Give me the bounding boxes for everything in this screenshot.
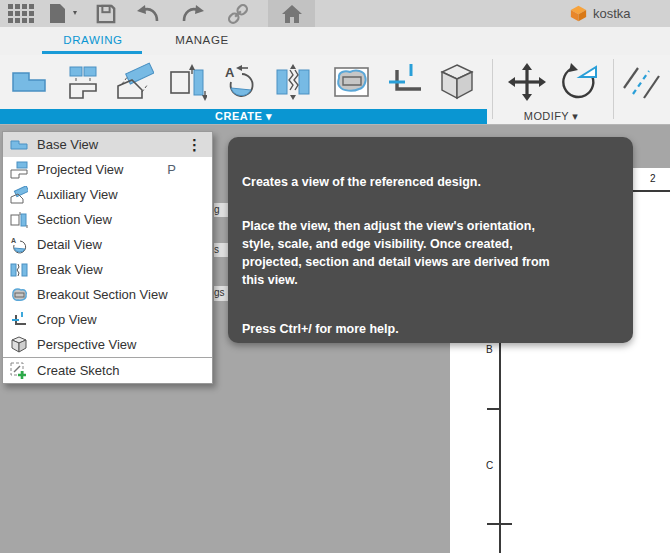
zone-column-label: 2 [650,173,656,184]
tab-manage[interactable]: MANAGE [160,34,244,46]
link-icon [226,3,250,25]
menu-item-projected-view[interactable]: Projected View P [3,157,212,182]
breakout-section-view-tool-button[interactable] [328,57,374,107]
menu-item-crop-view[interactable]: Crop View [3,307,212,332]
crop-view-icon [385,62,425,102]
menu-item-detail-view[interactable]: A Detail View [3,232,212,257]
occluded-text-fragment: s [214,243,228,257]
section-view-icon [10,211,28,229]
base-view-tool-button[interactable] [6,57,52,107]
perspective-view-icon [10,336,28,354]
tooltip-line: this view. [242,271,619,289]
detail-view-icon: A [221,62,261,102]
tooltip-line: Creates a view of the referenced design. [242,173,619,191]
menu-item-break-view[interactable]: Break View [3,257,212,282]
tooltip-line: style, scale, and edge visibility. Once … [242,235,619,253]
move-tool-button[interactable] [504,57,550,107]
menu-item-breakout-section-view[interactable]: Breakout Section View [3,282,212,307]
base-view-icon [9,62,49,102]
break-view-icon [273,62,313,102]
svg-text:A: A [11,237,16,244]
app-grid-button[interactable] [3,0,39,27]
crop-view-tool-button[interactable] [382,57,428,107]
projected-view-tool-button[interactable] [60,57,106,107]
base-view-icon [10,136,28,154]
create-dropdown-menu: Base View ⋮ Projected View P Auxiliary V… [2,131,213,384]
auxiliary-view-icon [114,62,154,102]
group-separator [492,59,493,119]
menu-item-base-view[interactable]: Base View ⋮ [3,132,212,157]
centerline-tool-button[interactable] [618,57,664,107]
shortcut-key: P [167,162,176,177]
occluded-text-fragment: g [214,203,228,217]
quick-access-toolbar: kostka [0,0,670,27]
document-name: kostka [593,6,631,21]
break-view-tool-button[interactable] [270,57,316,107]
home-icon [282,5,302,23]
breakout-section-view-icon [331,62,371,102]
zone-tick [487,408,499,410]
menu-item-auxiliary-view[interactable]: Auxiliary View [3,182,212,207]
occluded-text-fragment: gs [214,286,228,301]
ribbon-toolbar: A [0,55,670,125]
create-sketch-icon [10,362,28,380]
save-button[interactable] [88,0,124,27]
redo-button[interactable] [175,0,211,27]
rotate-icon [559,62,599,102]
cube-icon [570,5,587,22]
file-icon [49,4,79,23]
drawing-canvas[interactable]: 2 B C g s gs Creates a view of the refer… [0,126,670,553]
section-view-icon [167,62,207,102]
undo-button[interactable] [130,0,166,27]
svg-text:A: A [225,65,235,80]
tooltip-line: Place the view, then adjust the view's o… [242,217,619,235]
redo-icon [181,5,205,23]
home-button[interactable] [268,0,315,27]
auxiliary-view-icon [10,186,28,204]
create-group-header[interactable]: CREATE ▾ [0,109,487,124]
rotate-tool-button[interactable] [556,57,602,107]
document-tab[interactable]: kostka [570,0,631,27]
tab-drawing[interactable]: DRAWING [44,34,142,46]
tooltip-help-line: Press Ctrl+/ for more help. [242,320,619,338]
detail-view-tool-button[interactable]: A [218,57,264,107]
save-icon [96,4,116,24]
breakout-section-view-icon [10,286,28,304]
active-tab-underline [42,51,142,54]
auxiliary-view-tool-button[interactable] [111,57,157,107]
section-view-tool-button[interactable] [164,57,210,107]
crop-view-icon [10,311,28,329]
tooltip-paragraph: Place the view, then adjust the view's o… [242,217,619,289]
command-tooltip: Creates a view of the referenced design.… [228,137,633,343]
fusion-drawing-window: kostka DRAWING MANAGE [0,0,670,553]
centerline-icon [620,62,662,102]
zone-row-label-b: B [486,344,493,355]
app-grid-icon [8,4,34,23]
projected-view-icon [63,62,103,102]
menu-item-create-sketch[interactable]: Create Sketch [3,358,212,383]
undo-icon [136,5,160,23]
zone-tick [487,523,512,525]
tooltip-line: projected, section and detail views are … [242,253,619,271]
menu-item-section-view[interactable]: Section View [3,207,212,232]
kebab-menu-icon[interactable]: ⋮ [187,137,202,152]
detail-view-icon: A [10,236,28,254]
group-separator [613,59,614,119]
workspace-tabs: DRAWING MANAGE [0,27,670,55]
modify-group-header[interactable]: MODIFY ▾ [515,109,587,123]
share-link-button[interactable] [220,0,256,27]
projected-view-icon [10,161,28,179]
perspective-view-tool-button[interactable] [434,57,480,107]
zone-row-label-c: C [486,460,493,471]
perspective-view-icon [437,62,477,102]
break-view-icon [10,261,28,279]
menu-item-perspective-view[interactable]: Perspective View [3,332,212,357]
move-icon [507,62,547,102]
file-menu-button[interactable] [42,0,86,27]
